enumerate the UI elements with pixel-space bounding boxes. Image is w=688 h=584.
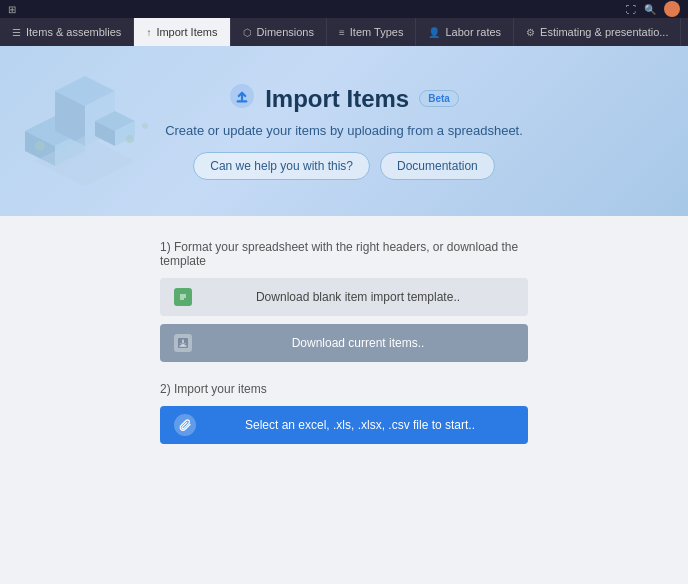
tab-estimating[interactable]: ⚙ Estimating & presentatio... (514, 18, 681, 46)
step2-section: 2) Import your items Select an excel, .x… (160, 382, 528, 444)
items-assemblies-icon: ☰ (12, 27, 21, 38)
page-title: Import Items (265, 85, 409, 113)
tab-item-types-label: Item Types (350, 26, 404, 38)
step1-section: 1) Format your spreadsheet with the righ… (160, 240, 528, 362)
top-bar: ⊞ ⛶ 🔍 (0, 0, 688, 18)
main-content: 1) Format your spreadsheet with the righ… (0, 216, 688, 468)
item-types-icon: ≡ (339, 27, 345, 38)
hero-subtitle: Create or update your items by uploading… (165, 123, 523, 138)
hero-upload-icon (229, 83, 255, 115)
expand-icon[interactable]: ⛶ (626, 4, 636, 15)
upload-label: Select an excel, .xls, .xlsx, .csv file … (206, 418, 514, 432)
download-current-label: Download current items.. (202, 336, 514, 350)
tab-import-items-label: Import Items (156, 26, 217, 38)
hero-title-row: Import Items Beta (229, 83, 459, 115)
spreadsheet-icon (174, 288, 192, 306)
download-blank-label: Download blank item import template.. (202, 290, 514, 304)
avatar[interactable] (664, 1, 680, 17)
hero-buttons: Can we help you with this? Documentation (193, 152, 494, 180)
import-items-icon: ↑ (146, 27, 151, 38)
paperclip-icon (174, 414, 196, 436)
download-current-button[interactable]: Download current items.. (160, 324, 528, 362)
hero-banner: Import Items Beta Create or update your … (0, 46, 688, 216)
download-icon (174, 334, 192, 352)
tab-item-types[interactable]: ≡ Item Types (327, 18, 416, 46)
svg-point-11 (126, 135, 134, 143)
tab-items-assemblies[interactable]: ☰ Items & assemblies (0, 18, 134, 46)
svg-point-10 (35, 141, 45, 151)
top-bar-right: ⛶ 🔍 (626, 1, 680, 17)
tab-items-assemblies-label: Items & assemblies (26, 26, 121, 38)
tab-dimensions-label: Dimensions (257, 26, 314, 38)
step1-label: 1) Format your spreadsheet with the righ… (160, 240, 528, 268)
step2-label: 2) Import your items (160, 382, 528, 396)
tab-import-items[interactable]: ↑ Import Items (134, 18, 230, 46)
tab-labor-rates[interactable]: 👤 Labor rates (416, 18, 514, 46)
search-icon[interactable]: 🔍 (644, 4, 656, 15)
tab-dimensions[interactable]: ⬡ Dimensions (231, 18, 327, 46)
tab-estimating-label: Estimating & presentatio... (540, 26, 668, 38)
help-button[interactable]: Can we help you with this? (193, 152, 370, 180)
download-blank-button[interactable]: Download blank item import template.. (160, 278, 528, 316)
file-upload-button[interactable]: Select an excel, .xls, .xlsx, .csv file … (160, 406, 528, 444)
hero-illustration (5, 51, 185, 211)
beta-badge: Beta (419, 90, 459, 107)
grid-icon[interactable]: ⊞ (8, 4, 16, 15)
estimating-icon: ⚙ (526, 27, 535, 38)
labor-rates-icon: 👤 (428, 27, 440, 38)
tab-taxes[interactable]: 💲 Taxes (681, 18, 688, 46)
tab-labor-rates-label: Labor rates (445, 26, 501, 38)
svg-point-12 (142, 123, 148, 129)
dimensions-icon: ⬡ (243, 27, 252, 38)
top-bar-left: ⊞ (8, 4, 16, 15)
documentation-button[interactable]: Documentation (380, 152, 495, 180)
nav-tabs: ☰ Items & assemblies ↑ Import Items ⬡ Di… (0, 18, 688, 46)
